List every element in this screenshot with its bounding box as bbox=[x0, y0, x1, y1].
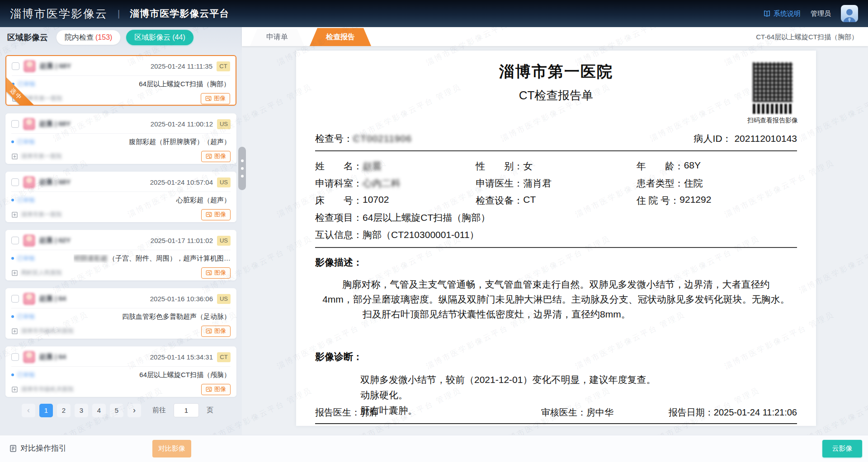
prev-page-button[interactable]: ‹ bbox=[22, 404, 35, 417]
goto-page-input[interactable] bbox=[174, 403, 199, 417]
exam-datetime: 2025-01-14 15:34:31 bbox=[150, 353, 213, 361]
tab-exam-report[interactable]: 检查报告 bbox=[310, 28, 371, 46]
report-doctor-value: 郭辉 bbox=[360, 407, 378, 417]
exam-card[interactable]: 赵晨 | 62Y 2025-01-17 11:01:02 US 已审核 经阴道彩… bbox=[5, 230, 236, 280]
hospital-icon bbox=[11, 386, 18, 393]
page-unit-label: 页 bbox=[207, 406, 213, 415]
image-icon bbox=[206, 211, 212, 218]
exam-name: 64层以上螺旋CT扫描（颅脑） bbox=[138, 371, 231, 379]
hospital-icon bbox=[11, 270, 18, 276]
page-button-2[interactable]: 2 bbox=[57, 404, 71, 417]
user-name: 管理员 bbox=[811, 9, 831, 18]
exam-card[interactable]: 赵晨 | 68Y 2025-01-24 10:57:04 US 已审核 心脏彩超… bbox=[5, 172, 236, 222]
exam-list: 赵晨 | 68Y 2025-01-24 11:11:35 CT 已审核 64层以… bbox=[0, 48, 242, 397]
patient-avatar bbox=[24, 60, 36, 72]
tab-request-form[interactable]: 申请单 bbox=[250, 28, 304, 46]
page-button-3[interactable]: 3 bbox=[75, 404, 88, 417]
compare-guide-link[interactable]: 对比操作指引 bbox=[9, 443, 66, 453]
compare-images-button[interactable]: 对比影像 bbox=[152, 440, 191, 457]
patient-avatar bbox=[23, 351, 35, 363]
device-value: CT bbox=[523, 194, 536, 207]
page-button-5[interactable]: 5 bbox=[110, 404, 123, 417]
cloud-images-button[interactable]: 云影像 bbox=[822, 440, 862, 457]
page-button-1[interactable]: 1 bbox=[39, 404, 53, 417]
app-header: 淄博市医学影像云 | 淄博市医学影像云平台 系统说明 管理员 bbox=[0, 0, 868, 27]
exam-card[interactable]: 赵晨 | 68Y 2025-01-24 11:00:12 US 已审核 腹部彩超… bbox=[5, 113, 236, 164]
exam-datetime: 2025-01-17 11:01:02 bbox=[151, 237, 213, 244]
bottom-bar: 对比操作指引 对比影像 云影像 bbox=[0, 435, 868, 462]
dept-value: 心内二科 bbox=[363, 177, 401, 190]
book-icon bbox=[763, 10, 771, 18]
modality-badge: CT bbox=[217, 61, 230, 71]
view-images-button[interactable]: 图像 bbox=[201, 267, 231, 279]
exam-status: 已审核 bbox=[17, 313, 35, 321]
exam-card[interactable]: 赵晨 | 68Y 2025-01-24 11:11:35 CT 已审核 64层以… bbox=[5, 55, 236, 106]
age-value: 68Y bbox=[684, 160, 701, 173]
exam-card[interactable]: 赵晨 | 64 2025-01-16 10:36:06 US 已审核 四肢血管彩… bbox=[5, 288, 236, 339]
exam-checkbox[interactable] bbox=[11, 178, 19, 186]
exam-name: 四肢血管彩色多普勒超声（足动脉） bbox=[121, 313, 231, 321]
page-button-4[interactable]: 4 bbox=[92, 404, 106, 417]
exam-card[interactable]: 赵晨 | 64 2025-01-14 15:34:31 CT 已审核 64层以上… bbox=[5, 346, 236, 397]
view-images-button[interactable]: 图像 bbox=[201, 384, 231, 395]
panel-resize-handle[interactable] bbox=[238, 147, 246, 190]
hospital-icon bbox=[11, 211, 18, 218]
brand-separator: | bbox=[118, 9, 120, 19]
exam-list-panel: 区域影像云 院内检查 (153) 区域影像云 (44) 赵晨 | 68Y 202… bbox=[0, 27, 242, 435]
patient-name: 赵晨 | 62Y bbox=[39, 236, 71, 245]
exam-checkbox[interactable] bbox=[11, 120, 19, 128]
exam-status: 已审核 bbox=[17, 138, 35, 146]
modality-badge: US bbox=[217, 294, 231, 304]
bed-no-value: 10702 bbox=[363, 194, 389, 207]
admission-no-value: 921292 bbox=[679, 194, 711, 207]
exam-checkbox[interactable] bbox=[11, 353, 19, 361]
image-icon bbox=[206, 328, 212, 334]
exam-checkbox[interactable] bbox=[11, 237, 19, 244]
image-icon bbox=[206, 153, 212, 159]
report-area: 申请单 检查报告 CT-64层以上螺旋CT扫描（胸部） 淄博市第一医院 CT检查… bbox=[242, 27, 868, 435]
patient-info-grid: 姓 名：赵晨 性 别：女 年 龄：68Y 申请科室：心内二科 申请医生：蒲肖君 … bbox=[315, 158, 797, 243]
modality-badge: US bbox=[217, 177, 231, 187]
review-doctor-value: 房中华 bbox=[586, 407, 613, 417]
image-icon bbox=[205, 95, 212, 102]
patient-type-value: 住院 bbox=[684, 177, 703, 190]
exam-datetime: 2025-01-24 11:00:12 bbox=[151, 120, 213, 128]
user-avatar[interactable] bbox=[841, 5, 858, 22]
patient-name: 赵晨 | 68Y bbox=[39, 120, 71, 128]
view-images-button[interactable]: 图像 bbox=[201, 151, 231, 162]
hospital-name: 淄博市第一医院 bbox=[21, 152, 62, 160]
next-page-button[interactable]: › bbox=[127, 404, 141, 417]
report-footer: 报告医生：郭辉 审核医生：房中华 报告日期：2025-01-24 11:21:0… bbox=[315, 406, 797, 426]
hospital-name: 淄博市市级机关医院 bbox=[21, 385, 74, 393]
view-images-button[interactable]: 图像 bbox=[201, 326, 231, 337]
exam-checkbox[interactable] bbox=[12, 62, 19, 70]
report-hospital-name: 淄博市第一医院 bbox=[315, 61, 797, 82]
hospital-exam-count: (153) bbox=[95, 33, 112, 42]
patient-name: 赵晨 | 68Y bbox=[39, 178, 71, 187]
tab-region-cloud[interactable]: 区域影像云 (44) bbox=[126, 30, 193, 45]
modality-badge: CT bbox=[217, 352, 231, 362]
patient-id-value: 202112010143 bbox=[734, 133, 797, 144]
qr-code bbox=[753, 62, 793, 102]
region-cloud-count: (44) bbox=[172, 33, 185, 42]
hospital-name: 淄博市市级机关医院 bbox=[21, 327, 74, 335]
status-dot-icon bbox=[11, 315, 14, 318]
patient-avatar bbox=[23, 293, 35, 305]
exam-datetime: 2025-01-16 10:36:06 bbox=[150, 295, 213, 303]
exam-name: 腹部彩超（肝胆脾胰肾）（超声） bbox=[128, 138, 231, 146]
hospital-icon bbox=[11, 328, 18, 335]
exam-status: 已审核 bbox=[17, 254, 35, 262]
qr-caption: 扫码查看报告影像 bbox=[747, 117, 798, 125]
request-doctor-value: 蒲肖君 bbox=[523, 177, 552, 190]
platform-title: 淄博市医学影像云平台 bbox=[130, 7, 229, 20]
exam-status: 已审核 bbox=[18, 80, 35, 88]
view-images-button[interactable]: 图像 bbox=[201, 209, 231, 220]
tab-hospital-exams[interactable]: 院内检查 (153) bbox=[56, 30, 121, 45]
exam-no-label: 检查号： bbox=[315, 132, 353, 145]
view-images-button[interactable]: 图像 bbox=[201, 93, 230, 104]
system-help-link[interactable]: 系统说明 bbox=[763, 9, 801, 18]
patient-name: 赵晨 | 68Y bbox=[40, 62, 71, 70]
modality-badge: US bbox=[217, 119, 231, 129]
exam-checkbox[interactable] bbox=[11, 295, 19, 303]
pagination: ‹ 12345 › 前往 页 bbox=[0, 397, 242, 417]
